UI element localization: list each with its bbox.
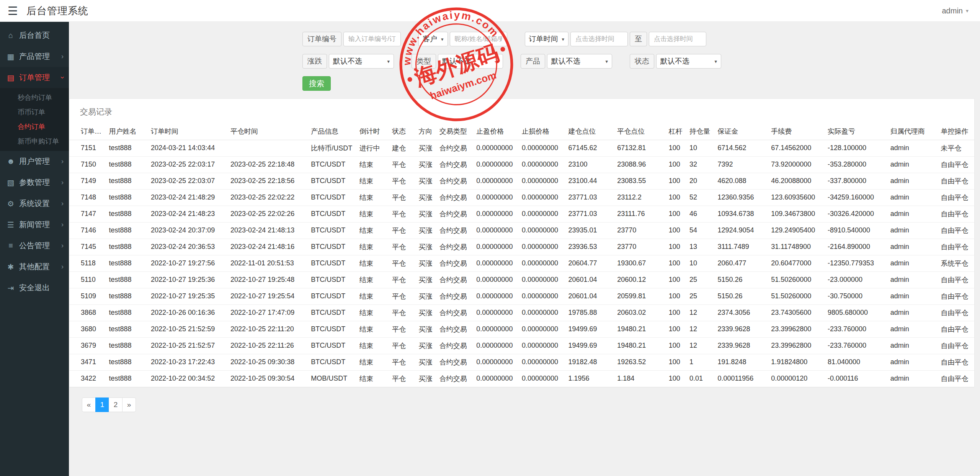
cell-position: 32 [686,156,714,173]
cell-margin: 2060.477 [714,255,768,272]
table-row: 7149test8882023-02-25 22:03:072023-02-25… [69,173,974,189]
chevron-right-icon: › [61,263,64,271]
cell-leverage: 100 [666,206,686,222]
cell-margin: 4620.088 [714,173,768,189]
column-header: 状态 [389,123,415,140]
cell-trade_type: 合约交易 [436,272,473,288]
cell-pnl: 9805.680000 [825,304,887,321]
sidebar-item-system[interactable]: ⚙系统设置› [0,193,69,214]
page-number-2[interactable]: 2 [109,397,122,412]
cell-close_time: 2023-02-25 22:02:26 [227,206,308,222]
cell-take_profit: 0.00000000 [473,370,519,387]
updown-select[interactable]: 默认不选 ▾ [329,54,394,69]
cell-open_time: 2024-03-21 14:03:44 [148,140,227,156]
page-next[interactable]: » [122,397,136,412]
cell-id: 7149 [69,173,106,189]
cell-product[interactable]: BTC/USDT [308,189,356,206]
cell-product[interactable]: BTC/USDT [308,288,356,304]
caret-down-icon: ▾ [496,59,499,64]
cell-trade_type: 合约交易 [436,140,473,156]
cell-close_time [227,140,308,156]
column-header: 保证金 [714,123,768,140]
sidebar-item-home[interactable]: ⌂后台首页 [0,25,69,46]
cell-close_price: 1.184 [614,370,666,387]
time-group: 订单时间 ▾ 至 [525,32,707,46]
sidebar-subitem-coin[interactable]: 币币订单 [0,105,69,119]
order-no-input[interactable] [343,32,401,46]
caret-down-icon: ▾ [387,59,390,64]
sidebar-subitem-new-coin[interactable]: 新币申购订单 [0,134,69,149]
cell-pnl: -30326.420000 [825,206,887,222]
cell-product[interactable]: BTC/USDT [308,321,356,337]
cell-product[interactable]: BTC/USDT [308,239,356,255]
cell-user: test888 [106,173,148,189]
cell-position: 1 [686,354,714,370]
cell-open_price: 20601.04 [565,272,614,288]
cell-margin: 3111.7489 [714,239,768,255]
cell-trade_type: 合约交易 [436,156,473,173]
status-label: 状态 [630,54,654,69]
cell-product[interactable]: BTC/USDT [308,272,356,288]
cell-product[interactable]: BTC/USDT [308,304,356,321]
cell-open_time: 2022-10-27 19:27:56 [148,255,227,272]
menu-toggle-icon[interactable]: ☰ [8,4,18,18]
caret-down-icon: ▾ [714,59,717,64]
cell-take_profit: 0.00000000 [473,173,519,189]
cell-status: 平仓 [389,321,415,337]
cell-trade_type: 合约交易 [436,239,473,255]
page-prev[interactable]: « [82,397,96,412]
cell-product[interactable]: 比特币/USDT [308,140,356,156]
table-row: 3679test8882022-10-25 21:52:572022-10-25… [69,337,974,354]
cell-position: 10 [686,255,714,272]
cell-product[interactable]: BTC/USDT [308,206,356,222]
cell-user: test888 [106,354,148,370]
sidebar-item-user[interactable]: ☻用户管理› [0,151,69,172]
time-type-select[interactable]: 订单时间 ▾ [525,32,569,46]
page-number-1[interactable]: 1 [95,397,109,412]
cell-product[interactable]: BTC/USDT [308,173,356,189]
sidebar-item-product[interactable]: ▦产品管理› [0,46,69,67]
sidebar-item-news[interactable]: ☰新闻管理› [0,214,69,235]
sidebar-subitem-contract[interactable]: 合约订单 [0,119,69,134]
type-select[interactable]: 默认不选 ▾ [438,54,503,69]
cell-op: 自由平仓 [938,304,974,321]
product-select[interactable]: 默认不选 ▾ [547,54,612,69]
cell-leverage: 100 [666,337,686,354]
search-button[interactable]: 搜索 [302,76,331,91]
sidebar-item-label: 安全退出 [19,283,50,293]
cell-take_profit: 0.00000000 [473,156,519,173]
updown-group: 涨跌 默认不选 ▾ [302,54,394,69]
table-row: 3868test8882022-10-26 00:16:362022-10-27… [69,304,974,321]
sidebar-subitem-second-contract[interactable]: 秒合约订单 [0,90,69,105]
cell-leverage: 100 [666,189,686,206]
cell-product[interactable]: BTC/USDT [308,156,356,173]
sidebar-item-notice[interactable]: ≡公告管理› [0,235,69,256]
cell-product[interactable]: BTC/USDT [308,354,356,370]
cell-product[interactable]: BTC/USDT [308,255,356,272]
sidebar-item-order[interactable]: ▤订单管理› [0,67,69,88]
cell-open_time: 2023-02-24 20:37:09 [148,222,227,239]
cell-leverage: 100 [666,239,686,255]
sidebar-item-param[interactable]: ▧参数管理› [0,172,69,193]
cell-id: 7145 [69,239,106,255]
sidebar-item-logout[interactable]: ⇥安全退出 [0,277,69,298]
cell-product[interactable]: BTC/USDT [308,337,356,354]
cell-leverage: 100 [666,255,686,272]
cell-close_price: 23112.2 [614,189,666,206]
cell-user: test888 [106,140,148,156]
status-select[interactable]: 默认不选 ▾ [656,54,721,69]
time-to-input[interactable] [649,32,706,46]
customer-input[interactable] [450,32,507,46]
filter-form: 订单编号 客户 ▾ 订单时间 ▾ 至 [302,22,746,91]
sidebar-item-other[interactable]: ✱其他配置› [0,256,69,277]
cell-product[interactable]: MOB/USDT [308,370,356,387]
cell-take_profit: 0.00000000 [473,255,519,272]
customer-select[interactable]: 客户 ▾ [418,32,448,46]
cell-agent: admin [887,337,938,354]
user-menu[interactable]: admin ▾ [942,7,969,15]
cell-op: 自由平仓 [938,239,974,255]
table-row: 3422test8882022-10-22 00:34:522022-10-25… [69,370,974,387]
cell-product[interactable]: BTC/USDT [308,222,356,239]
time-from-input[interactable] [570,32,628,46]
cell-id: 3471 [69,354,106,370]
